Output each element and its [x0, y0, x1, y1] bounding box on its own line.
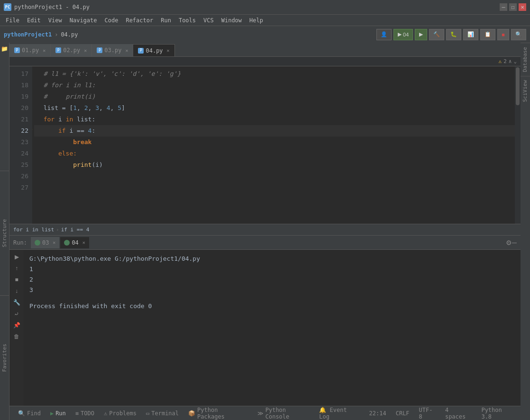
todo-icon: ≡	[75, 410, 79, 417]
tab-04-close[interactable]: ✕	[167, 48, 170, 53]
window-controls[interactable]: ─ □ ✕	[500, 3, 526, 11]
run-config-button[interactable]: ▶ 04	[393, 29, 413, 40]
terminal-label[interactable]: Terminal	[151, 410, 179, 417]
menu-item-file[interactable]: File	[2, 16, 23, 25]
terminal-tab-03-label[interactable]: 03	[42, 239, 49, 246]
terminal-minimize-button[interactable]: ─	[512, 239, 517, 247]
code-line-22: 💡 if i == 4:	[34, 125, 515, 137]
tab-01-label[interactable]: 01.py	[22, 47, 39, 54]
stop-process-button[interactable]: ■	[11, 274, 22, 285]
status-tab-python-console[interactable]: ≫ Python Console	[253, 406, 318, 420]
line-endings[interactable]: CRLF	[394, 410, 411, 417]
tab-03-close[interactable]: ✕	[125, 48, 128, 53]
terminal-tab-04[interactable]: 04 ✕	[60, 237, 89, 248]
project-name[interactable]: pythonProject1	[4, 31, 52, 38]
terminal-tab-03-close[interactable]: ✕	[53, 240, 55, 245]
status-bar: 🔍 Find ▶ Run ≡ TODO ⚠ Problems ▭ Termina…	[9, 406, 521, 420]
editor-container: P 01.py ✕ P 02.py ✕ P 03.py ✕ P 04.py ✕ …	[9, 43, 521, 420]
status-tab-find[interactable]: 🔍 Find	[13, 406, 46, 420]
menu-item-edit[interactable]: Edit	[23, 16, 45, 25]
run-again-button[interactable]: ▶	[11, 252, 22, 262]
pin-button[interactable]: 📌	[11, 320, 22, 330]
tab-01-close[interactable]: ✕	[43, 48, 46, 53]
run-tab-label[interactable]: Run	[55, 410, 66, 417]
breadcrumb-item-2[interactable]: if i == 4	[61, 227, 90, 233]
tab-03-label[interactable]: 03.py	[104, 47, 121, 54]
tab-02[interactable]: P 02.py ✕	[51, 44, 92, 56]
menu-item-refactor[interactable]: Refactor	[122, 16, 157, 25]
find-label[interactable]: Find	[27, 410, 41, 417]
menu-item-navigate[interactable]: Navigate	[66, 16, 101, 25]
close-button[interactable]: ✕	[519, 3, 526, 11]
tab-02-close[interactable]: ✕	[84, 48, 87, 53]
menu-item-view[interactable]: View	[45, 16, 66, 25]
tab-02-label[interactable]: 02.py	[63, 47, 80, 54]
menu-item-vcs[interactable]: VCS	[200, 16, 218, 25]
minimize-button[interactable]: ─	[500, 3, 507, 11]
project-icon[interactable]: 📁	[0, 45, 9, 53]
database-tab[interactable]: Database	[521, 43, 530, 76]
tab-04-label[interactable]: 04.py	[146, 47, 163, 54]
language-version[interactable]: Python 3.8	[479, 407, 517, 420]
coverage-button[interactable]: 📋	[480, 29, 495, 40]
wrench-button[interactable]: 🔧	[11, 297, 22, 308]
event-log-button[interactable]: 🔔 Event Log	[317, 407, 361, 420]
debug-button[interactable]: 🐛	[446, 29, 461, 40]
status-tab-problems[interactable]: ⚠ Problems	[99, 406, 141, 420]
stop-button[interactable]: ■	[497, 29, 509, 40]
menu-bar: FileEditViewNavigateCodeRefactorRunTools…	[0, 14, 530, 26]
terminal-tab-04-label[interactable]: 04	[72, 239, 78, 246]
warning-expand[interactable]: ∧	[509, 58, 512, 64]
profile-button[interactable]: 📊	[463, 29, 478, 40]
pc-logo-icon: PC	[4, 3, 11, 11]
soft-wrap-button[interactable]: ⤾	[11, 309, 22, 319]
python-packages-label[interactable]: Python Packages	[197, 407, 248, 420]
terminal-exit-message: Process finished with exit code 0	[29, 301, 515, 311]
maximize-button[interactable]: □	[509, 3, 517, 11]
toolbar-separator: ›	[54, 31, 59, 38]
scrollbar-thumb[interactable]	[516, 67, 520, 105]
structure-label[interactable]: Structure	[1, 219, 8, 247]
status-tab-terminal[interactable]: ▭ Terminal	[141, 406, 183, 420]
search-everywhere-button[interactable]: 🔍	[511, 29, 526, 40]
title-bar: PC pythonProject1 - 04.py ─ □ ✕	[0, 0, 530, 14]
code-line-18: # for i in l1:	[34, 80, 515, 91]
user-button[interactable]: 👤	[376, 29, 392, 40]
ln-21: 21	[13, 114, 28, 125]
editor-scrollbar[interactable]	[515, 66, 521, 224]
terminal-tab-03[interactable]: 03 ✕	[31, 237, 59, 248]
build-button[interactable]: 🔨	[429, 29, 444, 40]
todo-label[interactable]: TODO	[81, 410, 94, 417]
file-encoding[interactable]: UTF-8	[417, 407, 438, 420]
menu-item-help[interactable]: Help	[246, 16, 267, 25]
tab-01[interactable]: P 01.py ✕	[9, 44, 51, 56]
python-console-label[interactable]: Python Console	[265, 407, 313, 420]
sciview-tab[interactable]: SciView	[521, 76, 530, 106]
favorites-label[interactable]: Favorites	[1, 344, 8, 372]
ln-27: 27	[13, 182, 28, 193]
menu-item-code[interactable]: Code	[101, 16, 122, 25]
breadcrumb-item-1[interactable]: for i in list	[13, 227, 54, 233]
cursor-position[interactable]: 22:14	[367, 410, 388, 417]
indent-size[interactable]: 4 spaces	[443, 407, 474, 420]
menu-item-tools[interactable]: Tools	[175, 16, 200, 25]
tab-03[interactable]: P 03.py ✕	[92, 44, 133, 56]
terminal-settings-button[interactable]: ⚙	[506, 239, 512, 247]
status-tab-python-packages[interactable]: 📦 Python Packages	[183, 406, 253, 420]
warning-more[interactable]: ⌄	[513, 58, 517, 64]
run-button[interactable]: ▶	[415, 29, 427, 40]
menu-item-window[interactable]: Window	[218, 16, 246, 25]
tab-02-icon: P	[55, 47, 61, 53]
terminal-tab-04-close[interactable]: ✕	[82, 240, 85, 245]
scroll-down-button[interactable]: ↓	[11, 286, 22, 296]
code-editor[interactable]: 17 18 19 20 21 22 23 24 25 26 27 # l1 = …	[9, 66, 521, 224]
code-content[interactable]: # l1 = {'k': 'v', 'c': 'd', 'e': 'g'} # …	[32, 66, 515, 224]
trash-button[interactable]: 🗑	[11, 331, 22, 342]
tab-04[interactable]: P 04.py ✕	[133, 44, 174, 56]
scroll-up-button[interactable]: ↑	[11, 263, 22, 274]
status-tab-todo[interactable]: ≡ TODO	[71, 406, 99, 420]
menu-item-run[interactable]: Run	[157, 16, 175, 25]
toolbar-file[interactable]: 04.py	[61, 31, 78, 38]
problems-label[interactable]: Problems	[109, 410, 137, 417]
status-tab-run[interactable]: ▶ Run	[46, 406, 71, 420]
